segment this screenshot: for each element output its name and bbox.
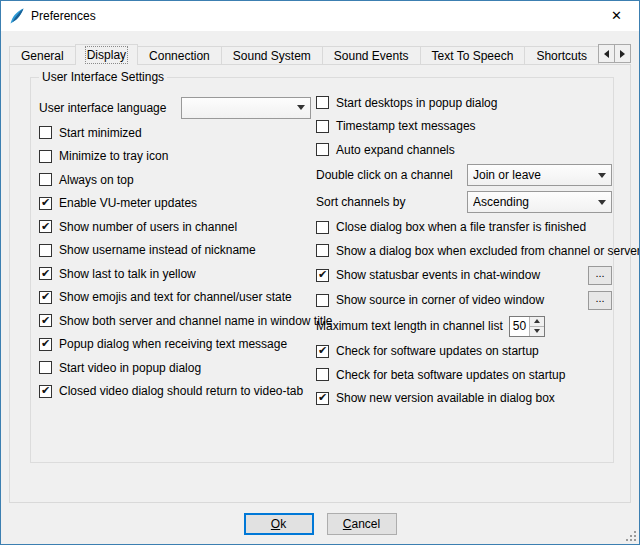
checkbox-label: Show both server and channel name in win… (59, 314, 333, 328)
checkbox-label: Show number of users in channel (59, 220, 237, 234)
checkbox-label: Check for software updates on startup (336, 344, 539, 358)
spin-down-icon[interactable] (530, 327, 544, 336)
checkbox[interactable] (316, 96, 329, 109)
checkbox-show-emojis: ✔ Show emojis and text for channel/user … (39, 286, 311, 310)
checkbox[interactable] (316, 294, 329, 307)
checkbox[interactable]: ✔ (39, 385, 52, 398)
checkbox[interactable] (316, 120, 329, 133)
ok-button[interactable]: Ok (244, 513, 314, 535)
checkbox-label: Popup dialog when receiving text message (59, 337, 287, 351)
checkbox[interactable]: ✔ (39, 197, 52, 210)
double-click-row: Double click on a channel Join or leave (316, 162, 612, 189)
language-select[interactable] (181, 97, 311, 119)
tab-text-to-speech[interactable]: Text To Speech (420, 46, 526, 65)
statusbar-events-options-button[interactable]: ... (588, 266, 612, 285)
user-interface-settings-group: User Interface Settings User interface l… (30, 77, 614, 463)
checkbox-label: Start desktops in popup dialog (336, 96, 497, 110)
checkbox[interactable] (39, 150, 52, 163)
checkbox-label: Show username instead of nickname (59, 243, 256, 257)
language-label: User interface language (39, 101, 166, 115)
checkbox[interactable]: ✔ (39, 220, 52, 233)
checkbox[interactable]: ✔ (316, 392, 329, 405)
checkbox-label: Enable VU-meter updates (59, 196, 197, 210)
max-text-length-row: Maximum text length in channel list 50 (316, 313, 612, 340)
checkbox-last-to-talk: ✔ Show last to talk in yellow (39, 262, 311, 286)
tab-display[interactable]: Display (75, 44, 138, 65)
language-row: User interface language (39, 94, 311, 121)
checkbox[interactable]: ✔ (316, 345, 329, 358)
checkbox-label: Show emojis and text for channel/user st… (59, 290, 292, 304)
checkbox[interactable] (316, 244, 329, 257)
checkbox[interactable] (39, 244, 52, 257)
sort-channels-row: Sort channels by Ascending (316, 189, 612, 216)
checkbox-label: Minimize to tray icon (59, 149, 168, 163)
checkbox-label: Start video in popup dialog (59, 361, 201, 375)
checkbox-label: Close dialog box when a file transfer is… (336, 220, 586, 234)
chevron-down-icon (594, 200, 606, 205)
window-title: Preferences (31, 9, 96, 23)
preferences-window: Preferences ✕ General Display Connection… (0, 0, 640, 545)
cancel-button[interactable]: Cancel (327, 513, 397, 535)
checkbox-excluded-dialog: Show a dialog box when excluded from cha… (316, 239, 612, 263)
checkbox[interactable] (316, 368, 329, 381)
max-text-length-stepper: 50 (509, 316, 545, 337)
double-click-select[interactable]: Join or leave (467, 164, 612, 186)
sort-channels-select[interactable]: Ascending (467, 191, 612, 213)
checkbox-timestamp-messages: Timestamp text messages (316, 115, 612, 139)
sort-channels-label: Sort channels by (316, 195, 405, 209)
checkbox-show-user-count: ✔ Show number of users in channel (39, 215, 311, 239)
checkbox-close-on-transfer: Close dialog box when a file transfer is… (316, 216, 612, 240)
spin-up-icon[interactable] (530, 317, 544, 327)
checkbox-label: Always on top (59, 173, 134, 187)
checkbox-video-popup: Start video in popup dialog (39, 356, 311, 380)
tab-connection[interactable]: Connection (137, 46, 222, 65)
checkbox-show-username: Show username instead of nickname (39, 239, 311, 263)
checkbox[interactable]: ✔ (39, 267, 52, 280)
checkbox-start-desktops-popup: Start desktops in popup dialog (316, 91, 612, 115)
checkbox-statusbar-events: ✔ Show statusbar events in chat-window .… (316, 263, 612, 288)
checkbox[interactable] (316, 221, 329, 234)
checkbox-label: Closed video dialog should return to vid… (59, 384, 303, 398)
max-text-length-label: Maximum text length in channel list (316, 319, 503, 333)
checkbox-auto-expand-channels: Auto expand channels (316, 138, 612, 162)
checkbox-check-updates: ✔ Check for software updates on startup (316, 340, 612, 364)
close-icon[interactable]: ✕ (594, 1, 639, 30)
checkbox-label: Show statusbar events in chat-window (336, 268, 540, 282)
checkbox[interactable] (39, 361, 52, 374)
checkbox[interactable] (39, 126, 52, 139)
checkbox-label: Auto expand channels (336, 143, 455, 157)
checkbox-new-version-dialog: ✔ Show new version available in dialog b… (316, 387, 612, 411)
tab-general[interactable]: General (9, 46, 76, 65)
tab-strip: General Display Connection Sound System … (9, 43, 631, 65)
tab-sound-events[interactable]: Sound Events (322, 46, 421, 65)
checkbox-label: Show new version available in dialog box (336, 391, 555, 405)
tab-sound-system[interactable]: Sound System (221, 46, 323, 65)
checkbox[interactable]: ✔ (39, 314, 52, 327)
checkbox-video-return-tab: ✔ Closed video dialog should return to v… (39, 380, 311, 404)
checkbox-popup-text-message: ✔ Popup dialog when receiving text messa… (39, 333, 311, 357)
checkbox-label: Show source in corner of video window (336, 293, 544, 307)
chevron-down-icon (293, 105, 305, 110)
checkbox-minimize-to-tray: Minimize to tray icon (39, 145, 311, 169)
tab-shortcuts[interactable]: Shortcuts (524, 46, 599, 65)
checkbox[interactable]: ✔ (316, 269, 329, 282)
checkbox[interactable] (39, 173, 52, 186)
checkbox[interactable]: ✔ (39, 338, 52, 351)
checkbox[interactable] (316, 143, 329, 156)
app-logo-icon (9, 8, 25, 24)
left-column: User interface language Start minimized … (39, 94, 311, 403)
checkbox-always-on-top: Always on top (39, 168, 311, 192)
tab-scroll-left-icon[interactable] (598, 44, 615, 63)
group-title: User Interface Settings (39, 70, 167, 84)
chevron-down-icon (594, 173, 606, 178)
tab-scroll-right-icon[interactable] (614, 44, 631, 63)
checkbox-vu-meter: ✔ Enable VU-meter updates (39, 192, 311, 216)
titlebar: Preferences ✕ (1, 1, 639, 31)
video-source-options-button[interactable]: ... (588, 291, 612, 310)
max-text-length-value[interactable]: 50 (510, 317, 529, 336)
checkbox-label: Check for beta software updates on start… (336, 368, 565, 382)
checkbox[interactable]: ✔ (39, 291, 52, 304)
resize-grip[interactable] (624, 529, 637, 542)
dialog-buttons: Ok Cancel (1, 513, 639, 535)
checkbox-window-title: ✔ Show both server and channel name in w… (39, 309, 311, 333)
